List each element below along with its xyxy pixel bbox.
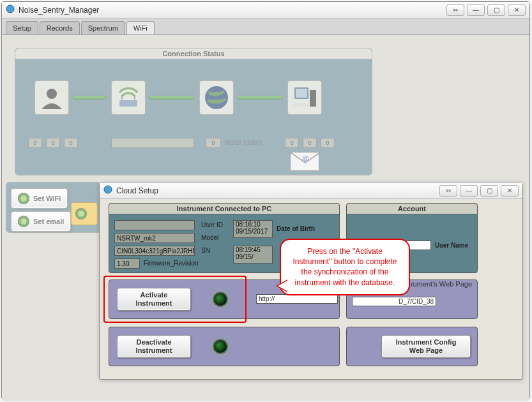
userid-field (114, 220, 195, 230)
user-name-label: User Name (435, 242, 468, 249)
cloud-body: Instrument Connected to PC User ID NSRTW… (100, 199, 522, 378)
callout-text: Press on the "Activate Instrument" butto… (293, 247, 397, 287)
maximize-icon[interactable]: ▢ (480, 185, 498, 197)
url-field-top[interactable]: http:// (256, 294, 338, 304)
fw-label: Firmware_Revision (144, 260, 199, 267)
close-icon[interactable]: ✕ (501, 185, 519, 197)
deactivate-panel: Deactivate Instrument (109, 327, 340, 366)
cloud-titlebar: Cloud Setup ⇔ — ▢ ✕ (100, 182, 522, 199)
dob-line2: 09/15/2017 (236, 228, 268, 235)
app-icon (103, 185, 112, 196)
highlight-box (103, 276, 247, 323)
ts2-field: 08:19:45 09/15/ (233, 246, 273, 264)
model-field: NSRTW_mk2 (114, 233, 195, 243)
account-panel-title: Account (347, 204, 477, 214)
main-title: Noise_Sentry_Manager (19, 6, 99, 15)
tab-wifi[interactable]: WiFi (126, 21, 155, 34)
config-panel: Instrument Config Web Page (346, 327, 478, 366)
tab-bar: Setup Records Spectrum WiFi (2, 19, 529, 35)
main-titlebar: Noise_Sentry_Manager ⇔ — ▢ ✕ (2, 2, 529, 19)
dob-field: 08:16:10 09/15/2017 (233, 220, 273, 238)
tab-setup[interactable]: Setup (6, 21, 38, 34)
model-label: Model (201, 234, 218, 241)
link-icon[interactable]: ⇔ (446, 4, 464, 16)
cloud-setup-window: Cloud Setup ⇔ — ▢ ✕ Instrument Connected… (99, 182, 523, 380)
deactivate-instrument-button[interactable]: Deactivate Instrument (117, 335, 191, 358)
link-icon[interactable]: ⇔ (439, 185, 457, 197)
config-label: Instrument Config Web Page (388, 338, 464, 355)
sn-label: SN (201, 247, 210, 254)
instrument-config-button[interactable]: Instrument Config Web Page (381, 335, 471, 358)
callout-bubble: Press on the "Activate Instrument" butto… (280, 239, 410, 295)
minimize-icon[interactable]: — (460, 185, 478, 197)
dob-label: Date of Birth (277, 225, 315, 232)
url-tail-field[interactable]: D_7/CID_38 (352, 297, 436, 306)
fw-field: 1.30 (114, 258, 140, 269)
maximize-icon[interactable]: ▢ (487, 4, 505, 16)
tab-records[interactable]: Records (40, 21, 80, 34)
tab-spectrum[interactable]: Spectrum (81, 21, 125, 34)
app-icon (6, 4, 15, 15)
close-icon[interactable]: ✕ (508, 4, 526, 16)
dob-line1: 08:16:10 (236, 221, 261, 228)
svg-point-11 (104, 186, 112, 193)
deactivate-label: Deactivate Instrument (124, 338, 184, 355)
cloud-title: Cloud Setup (116, 186, 158, 195)
minimize-icon[interactable]: — (467, 4, 485, 16)
svg-point-0 (6, 5, 14, 13)
ts2-line1: 08:19:45 (236, 246, 261, 253)
instrument-panel-title: Instrument Connected to PC (109, 204, 339, 214)
url-prefix: http:// (259, 295, 275, 302)
sn-field: CIN0L304c321gBPia2JRHD (114, 246, 195, 256)
userid-label: User ID (201, 221, 223, 228)
ts2-line2: 09/15/ (236, 253, 254, 260)
deactivate-led (213, 339, 228, 354)
